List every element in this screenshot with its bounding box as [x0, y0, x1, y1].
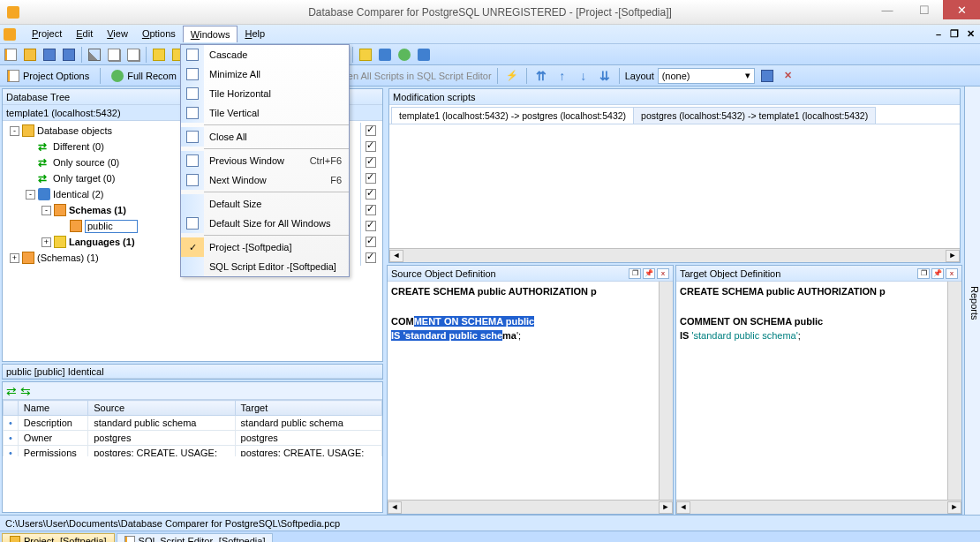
full-recompare-button[interactable]: Full Recom — [106, 68, 182, 84]
scroll-left-button[interactable]: ◄ — [389, 250, 403, 262]
tree-checkbox[interactable] — [366, 157, 376, 168]
misc2-button[interactable] — [376, 46, 394, 64]
schema-icon — [70, 220, 82, 232]
titlebar: Database Comparer for PostgreSQL UNREGIS… — [0, 0, 980, 25]
close-button[interactable]: ✕ — [943, 0, 980, 19]
layout-label: Layout — [625, 71, 654, 81]
tgt-scroll-right[interactable]: ► — [947, 501, 961, 514]
saveas-button[interactable] — [60, 46, 78, 64]
save-button[interactable] — [41, 46, 58, 64]
menu-help[interactable]: Help — [237, 26, 272, 42]
menu-item-sql-script-editor-softpedia-[interactable]: SQL Script Editor -[Softpedia] — [181, 257, 349, 276]
tgt-restore-button[interactable]: ❐ — [917, 268, 930, 279]
mod-tab-1[interactable]: postgres (localhost:5432) -> template1 (… — [633, 107, 876, 124]
menu-item-tile-vertical[interactable]: Tile Vertical — [181, 103, 349, 123]
menu-item-close-all[interactable]: Close All — [181, 127, 349, 147]
reports-tab[interactable]: Reports — [964, 87, 980, 515]
grid-sync-icon[interactable]: ⇄ — [6, 384, 17, 398]
src-scroll-right[interactable]: ► — [659, 501, 673, 514]
tree-checkbox[interactable] — [366, 205, 376, 215]
src-scroll-left[interactable]: ◄ — [388, 501, 402, 514]
target-code[interactable]: CREATE SCHEMA public AUTHORIZATION p COM… — [676, 282, 947, 500]
copy-button[interactable] — [105, 46, 123, 64]
down-all-button[interactable]: ⇊ — [596, 67, 614, 85]
run-button[interactable]: ⚡ — [503, 67, 521, 85]
tgt-scroll-left[interactable]: ◄ — [676, 501, 690, 514]
source-code[interactable]: CREATE SCHEMA public AUTHORIZATION p COM… — [388, 282, 659, 500]
grid-exchange-icon[interactable]: ⇆ — [20, 384, 31, 398]
mdi-restore-button[interactable]: ❐ — [948, 28, 961, 41]
tree-root: template1 (localhost:5432) — [6, 108, 121, 118]
menu-view[interactable]: View — [100, 26, 135, 42]
table-row[interactable]: •Descriptionstandard public schemastanda… — [4, 416, 382, 431]
scroll-right-button[interactable]: ► — [946, 250, 960, 262]
tree-edit-input[interactable] — [85, 220, 138, 233]
grid-header[interactable]: Source — [88, 401, 235, 416]
tgt-def-header: Target Object Definition — [680, 268, 780, 279]
table-row[interactable]: •Ownerpostgrespostgres — [4, 431, 382, 446]
open-button[interactable] — [21, 46, 39, 64]
window-tabs: Project -[Softpedia] SQL Script Editor -… — [0, 531, 980, 542]
tgt-vscroll[interactable] — [947, 282, 961, 500]
menu-item-previous-window[interactable]: Previous WindowCtrl+F6 — [181, 151, 349, 170]
src-vscroll[interactable] — [659, 282, 673, 500]
tree-toggle[interactable]: + — [41, 237, 51, 247]
modification-scripts-panel: Modification scripts template1 (localhos… — [388, 88, 961, 263]
tree-checkbox[interactable] — [366, 173, 376, 184]
tree-checkbox[interactable] — [366, 252, 376, 263]
src-restore-button[interactable]: ❐ — [629, 268, 641, 279]
misc1-button[interactable] — [357, 46, 374, 64]
wizard-button[interactable] — [150, 46, 168, 64]
paste-button[interactable] — [124, 46, 142, 64]
menu-item-tile-horizontal[interactable]: Tile Horizontal — [181, 84, 349, 103]
tree-toggle[interactable]: + — [10, 253, 19, 263]
project-options-button[interactable]: Project Options — [2, 68, 94, 84]
layout-combo[interactable]: (none)▾ — [658, 68, 755, 84]
tree-checkbox[interactable] — [366, 125, 376, 136]
tree-header: Database Tree — [6, 92, 70, 102]
cut-button[interactable] — [86, 46, 103, 64]
up-button[interactable]: ↑ — [554, 67, 571, 85]
down-button[interactable]: ↓ — [575, 67, 592, 85]
menu-item-next-window[interactable]: Next WindowF6 — [181, 170, 349, 190]
tree-toggle[interactable]: - — [26, 190, 35, 199]
window-tab-sql[interactable]: SQL Script Editor -[Softpedia] — [117, 533, 274, 543]
menu-windows[interactable]: Windows — [183, 26, 238, 42]
tgt-close-button[interactable]: x — [946, 268, 958, 279]
misc3-button[interactable] — [396, 46, 413, 64]
menu-item-default-size[interactable]: Default Size — [181, 194, 349, 214]
tree-toggle[interactable]: - — [41, 206, 51, 215]
menu-edit[interactable]: Edit — [69, 26, 100, 42]
schema-icon — [22, 252, 34, 264]
menu-item-default-size-for-all-windows[interactable]: Default Size for All Windows — [181, 214, 349, 233]
grid-header[interactable]: Target — [235, 401, 381, 416]
toolbar-secondary: Project Options Full Recom en All Script… — [0, 65, 980, 87]
minimize-button[interactable]: — — [869, 0, 906, 19]
up-all-button[interactable]: ⇈ — [532, 67, 550, 85]
menu-project[interactable]: Project — [25, 26, 69, 42]
tree-checkbox[interactable] — [366, 189, 376, 199]
tree-checkbox[interactable] — [366, 141, 376, 152]
tree-toggle[interactable]: - — [10, 126, 19, 136]
menu-item-minimize-all[interactable]: Minimize All — [181, 64, 349, 84]
src-close-button[interactable]: x — [657, 268, 669, 279]
mdi-minimize-button[interactable]: – — [932, 28, 945, 41]
schema-icon — [54, 204, 66, 216]
delete-layout-button[interactable]: ✕ — [780, 67, 797, 85]
tree-checkbox[interactable] — [366, 237, 376, 247]
src-pin-button[interactable]: 📌 — [643, 268, 655, 279]
mod-tab-0[interactable]: template1 (localhost:5432) -> postgres (… — [391, 107, 634, 124]
menu-item-cascade[interactable]: Cascade — [181, 45, 349, 64]
misc4-button[interactable] — [415, 46, 433, 64]
tgt-pin-button[interactable]: 📌 — [931, 268, 944, 279]
tree-checkbox[interactable] — [366, 221, 376, 231]
save-layout-button[interactable] — [758, 67, 776, 85]
new-button[interactable] — [2, 46, 19, 64]
menu-options[interactable]: Options — [135, 26, 183, 42]
mdi-close-button[interactable]: ✕ — [964, 28, 976, 41]
maximize-button[interactable]: ☐ — [906, 0, 943, 19]
menu-item-project-softpedia-[interactable]: ✓Project -[Softpedia] — [181, 237, 349, 257]
window-tab-project[interactable]: Project -[Softpedia] — [2, 533, 115, 543]
grid-header[interactable]: Name — [18, 401, 87, 416]
table-row[interactable]: •Permissionspostgres: CREATE, USAGE;post… — [4, 446, 382, 457]
